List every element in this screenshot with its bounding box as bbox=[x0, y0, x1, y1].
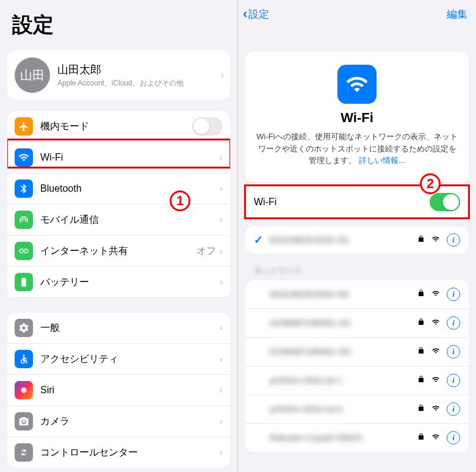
info-button[interactable]: i bbox=[447, 431, 460, 445]
row-label: バッテリー bbox=[40, 276, 220, 289]
antenna-icon bbox=[15, 211, 33, 229]
row-label: Wi-Fi bbox=[40, 152, 220, 163]
wifi-signal-icon bbox=[431, 346, 441, 357]
network-row[interactable]: pr500m-905c1d-1 i bbox=[245, 366, 469, 395]
info-button[interactable]: i bbox=[447, 345, 460, 358]
row-label: インターネット共有 bbox=[40, 245, 197, 258]
wifi-signal-icon bbox=[431, 404, 441, 415]
toggle-airplane[interactable] bbox=[192, 117, 223, 136]
available-networks-list: 90324BDE4554-5G i DO866F23B981-2G i DO86… bbox=[245, 280, 469, 452]
row-control-center[interactable]: コントロールセンター › bbox=[7, 437, 230, 468]
airplane-icon bbox=[15, 117, 33, 136]
row-label: Bluetooth bbox=[40, 183, 220, 194]
account-name: 山田太郎 bbox=[57, 62, 221, 77]
accessibility-icon bbox=[15, 350, 33, 368]
lock-icon bbox=[417, 234, 425, 245]
network-name: DO866F23B981-5G bbox=[270, 346, 417, 357]
wifi-signal-icon bbox=[431, 375, 441, 386]
chevron-right-icon: › bbox=[220, 277, 223, 288]
siri-icon bbox=[15, 381, 33, 399]
info-button[interactable]: i bbox=[447, 374, 460, 387]
wifi-icon bbox=[15, 148, 33, 167]
row-cellular[interactable]: モバイル通信 › bbox=[7, 205, 230, 236]
nav-back-label: 設定 bbox=[248, 7, 269, 21]
wifi-learn-more-link[interactable]: 詳しい情報... bbox=[359, 156, 405, 165]
checkmark-icon: ✓ bbox=[254, 233, 263, 247]
row-accessibility[interactable]: アクセシビリティ › bbox=[7, 344, 230, 375]
lock-icon bbox=[417, 346, 425, 357]
settings-root-panel: 設定 山田 山田太郎 Apple Account、iCloud、およびその他 ›… bbox=[0, 0, 238, 472]
link-icon bbox=[15, 242, 33, 260]
settings-group-general: 一般 › アクセシビリティ › Siri › カメラ › bbox=[7, 313, 230, 468]
gear-icon bbox=[15, 319, 33, 337]
network-row[interactable]: Rakuten-Casa0-09823 i bbox=[245, 424, 469, 452]
wifi-hero-description: Wi-Fiへの接続、使用可能なネットワークの表示、ネットワークや近くのホットスポ… bbox=[256, 131, 458, 167]
row-hotspot[interactable]: インターネット共有 オフ › bbox=[7, 236, 230, 267]
chevron-right-icon: › bbox=[220, 214, 223, 225]
chevron-right-icon: › bbox=[220, 385, 223, 396]
bluetooth-icon bbox=[15, 180, 33, 198]
chevron-right-icon: › bbox=[221, 70, 224, 81]
chevron-right-icon: › bbox=[220, 354, 223, 365]
network-name: 90324BDE4554-5G bbox=[270, 289, 417, 299]
wifi-hero-card: Wi-Fi Wi-Fiへの接続、使用可能なネットワークの表示、ネットワークや近く… bbox=[245, 51, 469, 183]
row-general[interactable]: 一般 › bbox=[7, 313, 230, 344]
svg-point-1 bbox=[21, 388, 27, 393]
page-title: 設定 bbox=[0, 0, 237, 45]
nav-edit-button[interactable]: 編集 bbox=[447, 7, 467, 21]
info-button[interactable]: i bbox=[447, 233, 460, 247]
network-name: pr500m-905c1d-3 bbox=[270, 404, 417, 414]
row-bluetooth[interactable]: Bluetooth › bbox=[7, 173, 230, 205]
row-label: 一般 bbox=[40, 322, 220, 335]
svg-point-2 bbox=[22, 450, 23, 451]
info-button[interactable]: i bbox=[447, 316, 460, 330]
row-wifi[interactable]: Wi-Fi › bbox=[7, 142, 230, 173]
wifi-toggle-label: Wi-Fi bbox=[254, 197, 430, 208]
info-button[interactable]: i bbox=[447, 288, 460, 301]
chevron-left-icon: ‹ bbox=[243, 7, 247, 21]
account-text: 山田太郎 Apple Account、iCloud、およびその他 bbox=[57, 62, 221, 89]
wifi-hero-icon bbox=[337, 65, 377, 104]
wifi-toggle[interactable] bbox=[430, 193, 460, 211]
battery-icon bbox=[15, 273, 33, 291]
row-airplane-mode[interactable]: 機内モード bbox=[7, 111, 230, 142]
network-row[interactable]: 90324BDE4554-5G i bbox=[245, 280, 469, 309]
lock-icon bbox=[417, 375, 425, 386]
nav-back-button[interactable]: ‹ 設定 bbox=[243, 7, 269, 21]
switches-icon bbox=[15, 443, 33, 462]
lock-icon bbox=[417, 432, 425, 443]
wifi-signal-icon bbox=[431, 432, 441, 443]
chevron-right-icon: › bbox=[220, 245, 223, 256]
settings-group-connectivity: 機内モード Wi-Fi › Bluetooth › モバイル通信 › bbox=[7, 111, 230, 298]
row-battery[interactable]: バッテリー › bbox=[7, 267, 230, 298]
network-row[interactable]: DO866F23B981-2G i bbox=[245, 309, 469, 338]
network-row[interactable]: DO866F23B981-5G i bbox=[245, 338, 469, 366]
annotation-badge-1: 1 bbox=[170, 191, 190, 211]
lock-icon bbox=[417, 404, 425, 415]
chevron-right-icon: › bbox=[220, 152, 223, 163]
row-siri[interactable]: Siri › bbox=[7, 375, 230, 406]
current-network-name: 90324BDE4554-2G bbox=[269, 234, 417, 245]
wifi-signal-icon bbox=[431, 234, 441, 245]
row-label: モバイル通信 bbox=[40, 214, 220, 227]
wifi-signal-icon bbox=[431, 318, 441, 329]
wifi-current-network-row[interactable]: ✓ 90324BDE4554-2G i bbox=[245, 227, 469, 253]
avatar: 山田 bbox=[15, 57, 50, 93]
wifi-signal-icon bbox=[431, 289, 441, 300]
row-camera[interactable]: カメラ › bbox=[7, 406, 230, 437]
account-subtitle: Apple Account、iCloud、およびその他 bbox=[57, 78, 221, 89]
apple-account-row[interactable]: 山田 山田太郎 Apple Account、iCloud、およびその他 › bbox=[7, 50, 230, 100]
chevron-right-icon: › bbox=[220, 447, 223, 458]
network-name: DO866F23B981-2G bbox=[270, 318, 417, 328]
network-status-icons: i bbox=[417, 233, 460, 247]
row-label: Siri bbox=[40, 385, 220, 396]
info-button[interactable]: i bbox=[447, 402, 460, 416]
network-name: pr500m-905c1d-1 bbox=[270, 375, 417, 385]
svg-point-3 bbox=[24, 454, 26, 455]
camera-icon bbox=[15, 412, 33, 430]
wifi-settings-panel: ‹ 設定 編集 Wi-Fi Wi-Fiへの接続、使用可能なネットワークの表示、ネ… bbox=[238, 0, 476, 472]
row-detail: オフ bbox=[197, 245, 216, 258]
row-label: コントロールセンター bbox=[40, 446, 220, 459]
nav-bar: ‹ 設定 編集 bbox=[238, 0, 476, 27]
network-row[interactable]: pr500m-905c1d-3 i bbox=[245, 395, 469, 424]
